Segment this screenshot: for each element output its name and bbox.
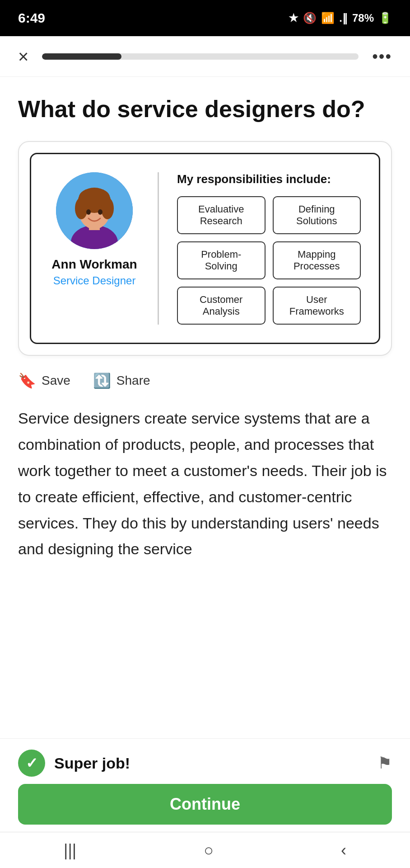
main-content: What do service designers do? [0,77,410,738]
tag-defining-solutions: Defining Solutions [273,196,361,234]
tags-grid: Evaluative Research Defining Solutions P… [177,196,361,325]
battery-text: 78% [352,12,374,24]
tag-user-frameworks: User Frameworks [273,287,361,325]
card-divider [158,172,159,325]
action-row: 🔖 Save 🔃 Share [18,372,392,389]
avatar [56,172,133,249]
battery-icon: 🔋 [378,12,392,24]
bottom-nav-bar: ||| ○ ‹ [0,832,410,868]
home-icon[interactable]: ○ [204,841,214,860]
wifi-icon: 📶 [321,12,335,24]
person-role: Service Designer [53,274,136,287]
tag-customer-analysis: Customer Analysis [177,287,266,325]
status-icons: ★ 🔇 📶 .‖ 78% 🔋 [289,12,392,24]
tag-mapping-processes: Mapping Processes [273,241,361,279]
progress-fill [42,53,121,60]
card-right: My responsibilities include: Evaluative … [177,172,361,325]
card-left: Ann Workman Service Designer [49,172,140,287]
body-text: Service designers create service systems… [18,406,392,562]
tag-problem-solving: Problem-Solving [177,241,266,279]
profile-card-wrapper: Ann Workman Service Designer My responsi… [18,141,392,356]
bookmark-icon: 🔖 [18,372,36,389]
share-button[interactable]: 🔃 Share [93,372,150,389]
menu-icon[interactable]: ||| [64,841,76,860]
svg-point-9 [98,209,102,215]
more-options-button[interactable]: ••• [372,47,392,66]
status-time: 6:49 [18,10,45,26]
page-title: What do service designers do? [18,95,392,123]
flag-icon[interactable]: ⚑ [377,754,392,773]
responsibilities-heading: My responsibilities include: [177,172,361,186]
feedback-message: Super job! [54,755,130,772]
status-bar: 6:49 ★ 🔇 📶 .‖ 78% 🔋 [0,0,410,36]
share-icon: 🔃 [93,372,111,389]
svg-point-7 [79,188,110,206]
person-name: Ann Workman [51,257,137,272]
bluetooth-icon: ★ [289,12,298,24]
continue-button[interactable]: Continue [18,784,392,825]
save-button[interactable]: 🔖 Save [18,372,70,389]
sound-icon: 🔇 [303,12,317,24]
feedback-left: ✓ Super job! [18,750,130,777]
save-label: Save [42,373,70,388]
navigation-bar: × ••• [0,36,410,77]
check-circle-icon: ✓ [18,750,45,777]
share-label: Share [116,373,150,388]
close-button[interactable]: × [18,47,28,66]
tag-evaluative-research: Evaluative Research [177,196,266,234]
signal-icon: .‖ [339,12,348,24]
svg-point-8 [86,209,91,215]
feedback-bar: ✓ Super job! ⚑ [0,738,410,784]
profile-card: Ann Workman Service Designer My responsi… [30,153,380,344]
progress-bar [42,53,359,60]
back-icon[interactable]: ‹ [341,841,346,860]
